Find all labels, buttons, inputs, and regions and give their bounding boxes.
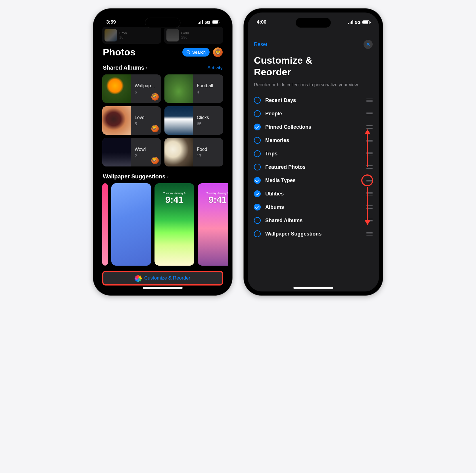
album-name: Love (135, 115, 157, 120)
album-thumbnail (164, 74, 193, 103)
wallpaper-suggestion[interactable] (102, 183, 108, 266)
wallpaper-date: Tuesday, January 9 (163, 192, 185, 195)
shared-albums-grid: Wallpapers 6 🦁 Football 4 Love 5 🦁 Click… (97, 74, 228, 166)
search-label: Search (192, 50, 206, 55)
activity-link[interactable]: Activity (207, 65, 223, 71)
app-header: Photos Search 🦁 (97, 44, 228, 62)
row-label: Trips (265, 151, 362, 157)
album-name: Clicks (197, 115, 222, 120)
close-icon (366, 42, 370, 46)
reorder-row[interactable]: Recent Days (254, 94, 373, 107)
wallpaper-suggestion[interactable]: Tuesday, January 99:41 (198, 183, 228, 266)
reorder-row[interactable]: Albums (254, 201, 373, 214)
page-title: Photos (103, 47, 135, 58)
album-card[interactable]: Love 5 🦁 (102, 106, 161, 135)
reorder-row[interactable]: Memories (254, 134, 373, 147)
customize-reorder-button[interactable]: Customize & Reorder (102, 271, 223, 286)
photos-app-icon (135, 275, 141, 281)
row-label: Wallpaper Suggestions (265, 231, 362, 237)
checkbox[interactable] (254, 230, 261, 237)
row-label: Pinned Collections (265, 124, 362, 130)
checkbox[interactable] (254, 137, 261, 144)
reset-button[interactable]: Reset (254, 41, 267, 47)
battery-icon (212, 20, 219, 24)
battery-icon (362, 20, 370, 24)
dynamic-island (145, 18, 181, 28)
profile-avatar[interactable]: 🦁 (213, 47, 223, 57)
wallpaper-suggestion[interactable] (111, 183, 151, 266)
reorder-row[interactable]: Trips (254, 147, 373, 161)
customize-label: Customize & Reorder (144, 275, 191, 281)
reorder-row[interactable]: Featured Photos (254, 161, 373, 174)
checkbox[interactable] (254, 190, 261, 197)
section-title-label: Shared Albums (103, 64, 144, 71)
checkbox[interactable] (254, 97, 261, 104)
screen-photos: 3:59 5G Fron10 Golu286 Photos Sea (97, 12, 228, 291)
screen-customize: 4:00 5G Reset Customize & Reorder Reorde… (248, 12, 379, 291)
close-button[interactable] (364, 40, 373, 49)
chevron-right-icon: › (167, 174, 168, 179)
annotation-arrow-up (367, 134, 368, 167)
checkbox[interactable] (254, 177, 261, 184)
row-label: Utilities (265, 191, 362, 197)
drag-handle-icon[interactable] (366, 125, 373, 129)
album-card[interactable]: Football 4 (164, 74, 223, 103)
sheet-subtitle: Reorder or hide collections to personali… (248, 78, 379, 94)
album-card[interactable]: Clicks 65 (164, 106, 223, 135)
reorder-row[interactable]: People (254, 107, 373, 120)
checkbox[interactable] (254, 124, 261, 130)
checkbox[interactable] (254, 150, 261, 157)
owner-avatar: 🦁 (151, 93, 159, 101)
status-right: 5G (198, 20, 219, 25)
album-name: Food (197, 147, 222, 152)
checkbox[interactable] (254, 204, 261, 211)
album-name: Wow! (135, 147, 157, 152)
row-label: Albums (265, 204, 362, 210)
reorder-row[interactable]: Pinned Collections (254, 120, 373, 134)
checkbox[interactable] (254, 110, 261, 117)
reorder-row[interactable]: Media Types (254, 174, 373, 187)
row-label: Memories (265, 137, 362, 143)
faded-card: Fron10 (102, 27, 161, 44)
album-thumbnail (102, 138, 131, 166)
cellular-icon (348, 20, 353, 24)
drag-handle-icon[interactable] (366, 232, 373, 236)
checkbox[interactable] (254, 217, 261, 224)
reorder-list: Recent Days People Pinned Collections Me… (248, 94, 379, 241)
status-time: 3:59 (106, 19, 116, 25)
wallpaper-suggestion[interactable]: Tuesday, January 99:41 (155, 183, 194, 266)
album-card[interactable]: Wow! 2 🦁 (102, 138, 161, 166)
album-thumbnail (102, 74, 131, 103)
home-indicator[interactable] (293, 287, 333, 289)
album-count: 17 (197, 153, 222, 158)
section-title-label: Wallpaper Suggestions (103, 173, 165, 180)
wallpaper-suggestions-header[interactable]: Wallpaper Suggestions › (97, 166, 228, 183)
album-card[interactable]: Wallpapers 6 🦁 (102, 74, 161, 103)
status-time: 4:00 (257, 19, 266, 25)
reorder-row[interactable]: Utilities (254, 187, 373, 201)
faded-card: Golu286 (164, 27, 223, 44)
background-albums-row: Fron10 Golu286 (97, 27, 228, 44)
home-indicator[interactable] (143, 287, 183, 289)
wallpaper-row[interactable]: Tuesday, January 99:41Tuesday, January 9… (97, 183, 228, 266)
drag-handle-icon[interactable] (366, 112, 373, 115)
search-button[interactable]: Search (182, 48, 210, 57)
dynamic-island (296, 18, 331, 28)
shared-albums-header[interactable]: Shared Albums › Activity (97, 62, 228, 74)
svg-point-0 (187, 51, 189, 53)
reorder-row[interactable]: Wallpaper Suggestions (254, 227, 373, 241)
owner-avatar: 🦁 (151, 157, 159, 164)
checkbox[interactable] (254, 164, 261, 170)
row-label: Featured Photos (265, 164, 362, 170)
owner-avatar: 🦁 (151, 125, 159, 132)
network-label: 5G (355, 20, 361, 25)
annotation-arrow-down (367, 187, 368, 220)
status-right: 5G (348, 20, 370, 25)
cellular-icon (198, 20, 203, 24)
reorder-row[interactable]: Shared Albums (254, 214, 373, 227)
row-label: People (265, 111, 362, 117)
drag-handle-icon[interactable] (366, 99, 373, 102)
album-card[interactable]: Food 17 (164, 138, 223, 166)
album-thumbnail (164, 106, 193, 135)
wallpaper-time: 9:41 (208, 195, 227, 205)
